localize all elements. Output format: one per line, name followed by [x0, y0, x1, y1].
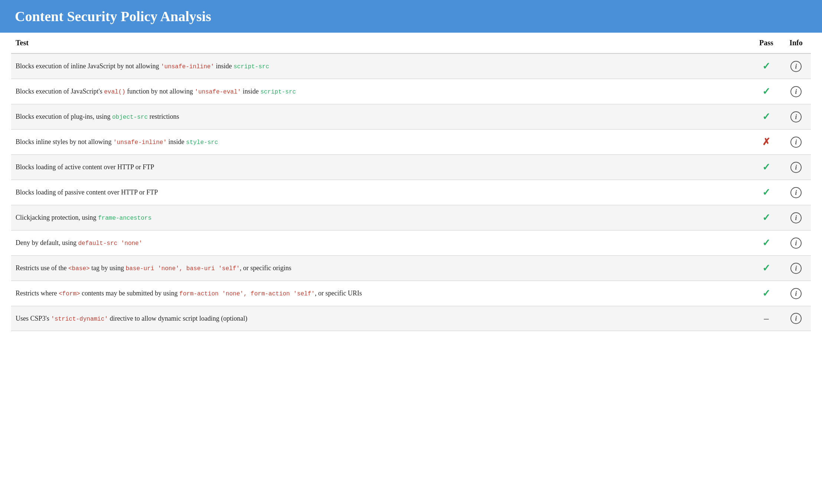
test-cell: Blocks execution of JavaScript's eval() …: [11, 79, 751, 104]
code-snippet-red: eval(): [104, 89, 125, 95]
pass-cell: ✓: [751, 155, 781, 180]
info-cell[interactable]: i: [781, 256, 811, 281]
pass-check-icon: ✓: [762, 162, 770, 173]
dash-icon: –: [764, 313, 769, 324]
info-icon[interactable]: i: [790, 137, 802, 148]
code-snippet-red: 'strict-dynamic': [51, 316, 108, 323]
pass-check-icon: ✓: [762, 86, 770, 97]
pass-check-icon: ✓: [762, 187, 770, 198]
test-cell: Blocks loading of passive content over H…: [11, 180, 751, 205]
pass-cell: ✓: [751, 79, 781, 104]
pass-cell: ✓: [751, 256, 781, 281]
table-row: Blocks execution of inline JavaScript by…: [11, 53, 811, 79]
code-snippet-red: 'unsafe-eval': [195, 89, 241, 95]
code-snippet-red: 'unsafe-inline': [161, 63, 214, 70]
info-cell[interactable]: i: [781, 79, 811, 104]
pass-check-icon: ✓: [762, 263, 770, 274]
info-icon[interactable]: i: [790, 263, 802, 274]
test-cell: Restricts where <form> contents may be s…: [11, 281, 751, 306]
info-cell[interactable]: i: [781, 53, 811, 79]
test-cell: Blocks loading of active content over HT…: [11, 155, 751, 180]
code-snippet-red: <base>: [68, 265, 90, 272]
info-cell[interactable]: i: [781, 306, 811, 331]
table-row: Blocks loading of passive content over H…: [11, 180, 811, 205]
pass-cell: ✗: [751, 130, 781, 155]
table-header-row: Test Pass Info: [11, 33, 811, 53]
csp-table: Test Pass Info Blocks execution of inlin…: [11, 33, 811, 331]
test-cell: Blocks execution of inline JavaScript by…: [11, 53, 751, 79]
code-snippet-green: script-src: [260, 89, 296, 95]
pass-cell: ✓: [751, 104, 781, 130]
pass-cell: ✓: [751, 230, 781, 256]
info-cell[interactable]: i: [781, 104, 811, 130]
header: Content Security Policy Analysis: [0, 0, 822, 33]
test-cell: Uses CSP3's 'strict-dynamic' directive t…: [11, 306, 751, 331]
info-cell[interactable]: i: [781, 155, 811, 180]
pass-check-icon: ✓: [762, 111, 770, 122]
info-column-header: Info: [781, 33, 811, 53]
table-row: Blocks execution of JavaScript's eval() …: [11, 79, 811, 104]
code-snippet-red: base-uri 'none', base-uri 'self': [126, 265, 240, 272]
info-cell[interactable]: i: [781, 180, 811, 205]
table-row: Blocks inline styles by not allowing 'un…: [11, 130, 811, 155]
fail-x-icon: ✗: [762, 137, 770, 147]
code-snippet-red: default-src 'none': [78, 240, 142, 247]
test-column-header: Test: [11, 33, 751, 53]
table-row: Blocks loading of active content over HT…: [11, 155, 811, 180]
info-icon[interactable]: i: [790, 86, 802, 97]
page-title: Content Security Policy Analysis: [15, 8, 807, 24]
code-snippet-red: <form>: [59, 291, 80, 297]
table-row: Clickjacking protection, using frame-anc…: [11, 205, 811, 230]
table-row: Uses CSP3's 'strict-dynamic' directive t…: [11, 306, 811, 331]
pass-check-icon: ✓: [762, 61, 770, 72]
pass-cell: ✓: [751, 205, 781, 230]
pass-cell: ✓: [751, 281, 781, 306]
pass-check-icon: ✓: [762, 288, 770, 299]
pass-check-icon: ✓: [762, 238, 770, 248]
code-snippet-green: style-src: [186, 139, 218, 146]
code-snippet-red: form-action 'none', form-action 'self': [179, 291, 315, 297]
code-snippet-green: frame-ancestors: [98, 215, 151, 222]
code-snippet-green: script-src: [234, 63, 269, 70]
info-icon[interactable]: i: [790, 288, 802, 299]
test-cell: Clickjacking protection, using frame-anc…: [11, 205, 751, 230]
info-cell[interactable]: i: [781, 130, 811, 155]
pass-cell: ✓: [751, 53, 781, 79]
test-cell: Blocks inline styles by not allowing 'un…: [11, 130, 751, 155]
code-snippet-red: 'unsafe-inline': [113, 139, 167, 146]
info-cell[interactable]: i: [781, 205, 811, 230]
pass-cell: –: [751, 306, 781, 331]
table-row: Restricts use of the <base> tag by using…: [11, 256, 811, 281]
info-icon[interactable]: i: [790, 61, 802, 72]
info-cell[interactable]: i: [781, 230, 811, 256]
test-cell: Deny by default, using default-src 'none…: [11, 230, 751, 256]
test-cell: Restricts use of the <base> tag by using…: [11, 256, 751, 281]
info-cell[interactable]: i: [781, 281, 811, 306]
table-row: Deny by default, using default-src 'none…: [11, 230, 811, 256]
info-icon[interactable]: i: [790, 238, 802, 249]
info-icon[interactable]: i: [790, 187, 802, 198]
info-icon[interactable]: i: [790, 313, 802, 324]
pass-check-icon: ✓: [762, 212, 770, 223]
table-row: Blocks execution of plug-ins, using obje…: [11, 104, 811, 130]
pass-cell: ✓: [751, 180, 781, 205]
info-icon[interactable]: i: [790, 162, 802, 173]
info-icon[interactable]: i: [790, 212, 802, 223]
test-cell: Blocks execution of plug-ins, using obje…: [11, 104, 751, 130]
code-snippet-green: object-src: [112, 114, 148, 121]
pass-column-header: Pass: [751, 33, 781, 53]
info-icon[interactable]: i: [790, 111, 802, 122]
table-row: Restricts where <form> contents may be s…: [11, 281, 811, 306]
